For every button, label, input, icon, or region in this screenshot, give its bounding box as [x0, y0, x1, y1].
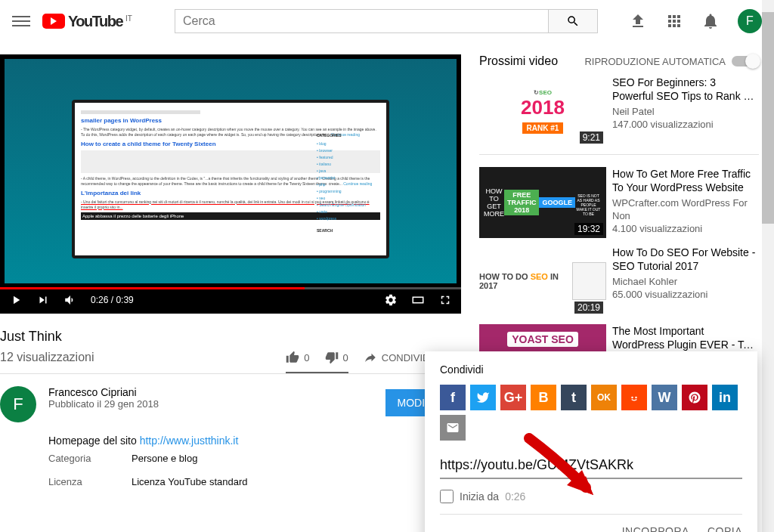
share-reddit-icon[interactable]: [621, 385, 647, 410]
video-player[interactable]: smaller pages in WordPress - The WordPre…: [0, 54, 461, 314]
recommendation-item[interactable]: HOW TO DO SEO IN 2017 20:19 How To Do SE…: [479, 246, 759, 317]
view-count: 12 visualizzazioni: [0, 351, 94, 364]
menu-icon[interactable]: [12, 12, 30, 30]
youtube-logo[interactable]: YouTube IT: [42, 13, 132, 30]
masthead: YouTube IT F: [0, 0, 774, 42]
category-link[interactable]: Persone e blog: [132, 453, 197, 464]
apps-icon[interactable]: [665, 12, 683, 30]
youtube-icon: [42, 14, 65, 29]
thumb-down-icon: [325, 351, 339, 364]
play-icon[interactable]: [9, 293, 23, 307]
theater-icon[interactable]: [411, 293, 425, 307]
share-dialog: Condividi f G+ B t OK W in Inizia da 0:2…: [425, 351, 757, 532]
search-icon: [566, 14, 580, 28]
fullscreen-icon[interactable]: [438, 293, 452, 307]
recommendation-item[interactable]: ↻SEO 2018RANK #1 9:21 SEO For Beginners:…: [479, 76, 759, 147]
like-button[interactable]: 0: [286, 351, 309, 364]
share-button[interactable]: CONDIVIDI: [364, 351, 432, 364]
svg-point-3: [635, 397, 637, 399]
search-input[interactable]: [175, 9, 549, 33]
share-ok-icon[interactable]: OK: [591, 385, 617, 410]
share-googleplus-icon[interactable]: G+: [500, 385, 526, 410]
svg-point-2: [631, 397, 633, 399]
autoplay-label: RIPRODUZIONE AUTOMATICA: [584, 56, 726, 67]
share-linkedin-icon[interactable]: in: [712, 385, 738, 410]
upnext-heading: Prossimi video: [479, 54, 558, 68]
share-email-icon[interactable]: [440, 415, 466, 441]
share-dialog-title: Condividi: [440, 363, 742, 376]
upload-icon[interactable]: [629, 12, 647, 30]
video-description: Homepage del sito http://www.justthink.i…: [0, 435, 461, 493]
time-display: 0:26 / 0:39: [91, 295, 134, 305]
share-tumblr-icon[interactable]: t: [561, 385, 587, 410]
recommendation-item[interactable]: YOAST SEO The Most Important WordPress P…: [479, 324, 759, 354]
country-code: IT: [125, 14, 132, 23]
recommendation-item[interactable]: HOW TO GET MOREFREE TRAFFIC 2018GOOGLE S…: [479, 167, 759, 238]
share-blogger-icon[interactable]: B: [531, 385, 556, 410]
page-scrollbar[interactable]: [762, 0, 774, 532]
next-icon[interactable]: [36, 293, 50, 307]
autoplay-toggle[interactable]: [732, 56, 759, 66]
thumb-up-icon: [286, 351, 299, 364]
copy-button[interactable]: COPIA: [707, 525, 742, 532]
video-thumbnail: HOW TO GET MOREFREE TRAFFIC 2018GOOGLE S…: [479, 167, 606, 238]
video-title: Just Think: [0, 314, 461, 351]
start-at-checkbox[interactable]: [440, 490, 454, 503]
svg-point-1: [628, 391, 641, 404]
volume-icon[interactable]: [63, 293, 77, 307]
share-url-input[interactable]: [440, 453, 742, 479]
logo-text: YouTube: [68, 13, 122, 30]
channel-avatar[interactable]: F: [0, 386, 36, 422]
dislike-button[interactable]: 0: [325, 351, 348, 364]
video-thumbnail: YOAST SEO: [479, 324, 606, 354]
player-controls: 0:26 / 0:39: [0, 286, 461, 314]
svg-rect-0: [413, 297, 423, 303]
share-twitter-icon[interactable]: [470, 385, 496, 410]
video-thumbnail: HOW TO DO SEO IN 2017 20:19: [479, 246, 606, 317]
homepage-link[interactable]: http://www.justthink.it: [140, 435, 239, 447]
share-facebook-icon[interactable]: f: [440, 385, 466, 410]
share-vk-icon[interactable]: W: [652, 385, 677, 410]
bell-icon[interactable]: [701, 12, 720, 30]
embed-button[interactable]: INCORPORA: [622, 525, 689, 532]
share-icon: [364, 351, 377, 364]
publish-date: Pubblicato il 29 gen 2018: [48, 398, 373, 410]
channel-name[interactable]: Francesco Cipriani: [48, 386, 373, 398]
video-frame: smaller pages in WordPress - The WordPre…: [5, 59, 457, 283]
user-avatar[interactable]: F: [738, 9, 762, 33]
share-pinterest-icon[interactable]: [682, 385, 707, 410]
settings-icon[interactable]: [384, 293, 398, 307]
video-thumbnail: ↻SEO 2018RANK #1 9:21: [479, 76, 606, 147]
search-button[interactable]: [549, 9, 598, 33]
